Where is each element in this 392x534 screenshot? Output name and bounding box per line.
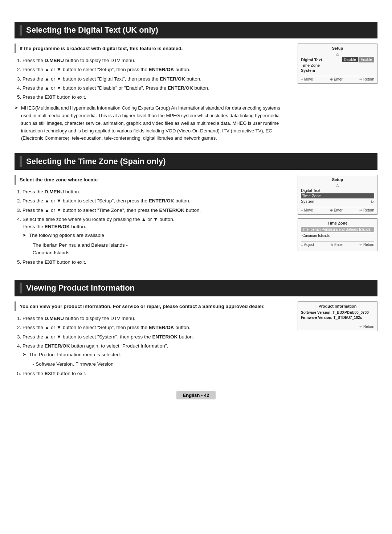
software-version: Software Version: T_BDXPDEU00_0700 xyxy=(301,311,374,315)
screen-row-digital-text: Digital Text Disable Enable xyxy=(301,57,374,63)
time-zone-steps: Press the D.MENU button. Press the ▲ or … xyxy=(23,188,289,266)
step: Press the ENTER/OK button again, to sele… xyxy=(23,342,289,368)
step: Press the EXIT button to exit. xyxy=(23,370,289,377)
time-zone-diagram: Setup △ Digital Text Time Zone System ▷ … xyxy=(298,175,377,269)
firmware-version: Firmware Version: T_STDEU7_102c xyxy=(301,316,374,320)
product-screen-title: Product Information xyxy=(301,304,374,308)
screen-footer-timezone: ⬦ Adjust ⊕ Enter ↩ Return xyxy=(301,241,374,247)
timezone-option-iberian: The Iberian Peninsula and Balears Island… xyxy=(301,227,374,232)
step: Press the D.MENU button to display the D… xyxy=(23,57,289,64)
mheg-note: MHEG(Multimedia and Hypermedia Informati… xyxy=(15,104,289,142)
page-number: English - 42 xyxy=(176,391,216,399)
digital-text-diagram: Setup △ Digital Text Disable Enable Time… xyxy=(298,44,377,142)
step: Press the ▲ or ▼ button to select "Disab… xyxy=(23,85,289,92)
step: Press the ▲ or ▼ button to select "Digit… xyxy=(23,75,289,83)
product-info-content: You can view your product information. F… xyxy=(15,301,289,380)
product-info-screen: Product Information Software Version: T_… xyxy=(298,301,377,331)
section-title-product-info: Viewing Product Information xyxy=(15,280,377,296)
product-info-subnote: The Product Information menu is selected… xyxy=(23,351,289,358)
screen-title: Setup xyxy=(301,177,374,182)
setup-screen-digital-text: Setup △ Digital Text Disable Enable Time… xyxy=(298,44,377,84)
step: Press the ▲ or ▼ button to select "Setup… xyxy=(23,66,289,73)
product-screen-footer: ↩ Return xyxy=(301,325,374,329)
step: Press the ▲ or ▼ button to select "Time … xyxy=(23,207,289,214)
time-zone-content: Select the time zone where locate Press … xyxy=(15,175,289,269)
step: Press the ▲ or ▼ button to select "Syste… xyxy=(23,333,289,341)
step: Press the EXIT button to exit. xyxy=(23,259,289,266)
section-title-time-zone: Selecting the Time Zone (Spain only) xyxy=(15,153,377,170)
step: Press the ▲ or ▼ button to select "Setup… xyxy=(23,324,289,331)
product-info-diagram: Product Information Software Version: T_… xyxy=(298,301,377,380)
screen-row-timezone: Time Zone xyxy=(301,63,374,68)
product-info-subitem: - Software Version, Firmware Version xyxy=(23,360,289,368)
step: Press the ▲ or ▼ button to select "Setup… xyxy=(23,197,289,205)
step: Press the EXIT button to exit. xyxy=(23,94,289,101)
screen-footer: ⬦ Move ⊕ Enter ↩ Return xyxy=(301,207,374,212)
setup-screen-timezone: Setup △ Digital Text Time Zone System ▷ … xyxy=(298,175,377,215)
screen-footer: ⬦ Move ⊕ Enter ↩ Return xyxy=(301,76,374,81)
time-zone-note: Select the time zone where locate xyxy=(15,175,289,185)
screen-row-system: System xyxy=(301,68,374,73)
step: Select the time zone where you locate by… xyxy=(23,216,289,257)
screen-row-system: System ▷ xyxy=(301,199,374,204)
options-list: The Iberian Peninsula and Balears Island… xyxy=(23,241,289,257)
section-time-zone: Selecting the Time Zone (Spain only) Sel… xyxy=(15,153,377,269)
digital-text-steps: Press the D.MENU button to display the D… xyxy=(23,57,289,101)
section-digital-text: Selecting the Digital Text (UK only) If … xyxy=(15,22,377,142)
timezone-option-canarian: Canarian Islands xyxy=(301,233,374,238)
digital-text-note: If the programme is broadcast with digit… xyxy=(15,44,289,53)
product-info-steps: Press the D.MENU button to display the D… xyxy=(23,315,289,377)
section-product-info: Viewing Product Information You can view… xyxy=(15,280,377,380)
page-footer: English - 42 xyxy=(15,391,377,399)
sub-note: The following options are available xyxy=(23,232,289,239)
product-info-note: You can view your product information. F… xyxy=(15,301,289,311)
step: Press the D.MENU button. xyxy=(23,188,289,196)
step: Press the D.MENU button to display the D… xyxy=(23,315,289,322)
screen-title-timezone: Time Zone xyxy=(301,221,374,225)
timezone-selection-screen: Time Zone The Iberian Peninsula and Bale… xyxy=(298,218,377,251)
screen-row-digital-text: Digital Text xyxy=(301,188,374,193)
digital-text-content: If the programme is broadcast with digit… xyxy=(15,44,289,142)
screen-title: Setup xyxy=(301,46,374,50)
section-title-digital-text: Selecting the Digital Text (UK only) xyxy=(15,22,377,38)
screen-row-timezone-highlight: Time Zone xyxy=(301,193,374,199)
